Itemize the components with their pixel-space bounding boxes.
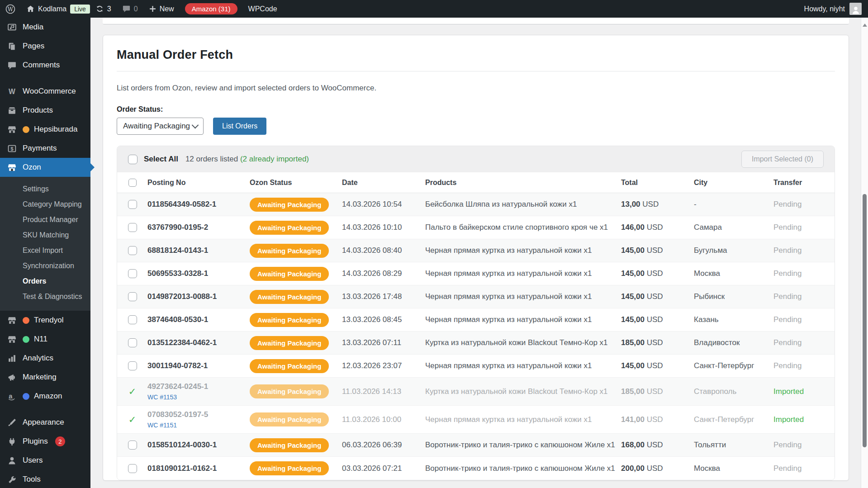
submenu-item-sku-matching[interactable]: SKU Matching <box>0 227 90 243</box>
marketplace-status-dot <box>23 317 29 324</box>
transfer-status: Pending <box>773 269 835 278</box>
row-checkbox[interactable] <box>128 223 137 232</box>
transfer-status: Pending <box>773 464 835 473</box>
sidebar-item-label: Plugins <box>23 437 48 446</box>
row-checkbox[interactable] <box>128 200 137 209</box>
city-cell: Казань <box>694 315 773 324</box>
status-badge: Awaiting Packaging <box>250 313 329 327</box>
order-status-label: Order Status: <box>117 105 835 114</box>
submenu-item-product-manager[interactable]: Product Manager <box>0 212 90 227</box>
posting-no: 38746408-0530-1 <box>147 315 250 324</box>
scrollbar-thumb[interactable] <box>863 194 867 447</box>
row-checkbox[interactable] <box>128 441 137 450</box>
select-all-checkbox[interactable] <box>128 155 138 164</box>
total-cell: 185,00 USD <box>621 338 694 347</box>
sidebar-item-woocommerce[interactable]: WWooCommerce <box>0 82 90 101</box>
wc-order-link[interactable]: WC #1151 <box>147 422 250 429</box>
wordpress-logo-menu[interactable]: W <box>0 0 21 18</box>
sidebar-item-ozon[interactable]: Ozon <box>0 158 90 177</box>
row-checkbox[interactable] <box>128 361 137 370</box>
posting-no-cell: 0118564349-0582-1 <box>147 195 250 213</box>
sidebar-item-analytics[interactable]: Analytics <box>0 349 90 368</box>
sidebar-item-media[interactable]: Media <box>0 18 90 37</box>
wc-order-link[interactable]: WC #1153 <box>147 393 250 401</box>
sidebar-item-appearance[interactable]: Appearance <box>0 413 90 432</box>
sidebar-item-amazon[interactable]: aAmazon <box>0 387 90 406</box>
column-header-transfer: Transfer <box>773 179 835 187</box>
sidebar-item-n11[interactable]: N11 <box>0 330 90 349</box>
howdy-text[interactable]: Howdy, niyht <box>804 5 845 13</box>
status-cell: Awaiting Packaging <box>250 267 342 281</box>
new-menu[interactable]: New <box>143 0 180 18</box>
sidebar-item-plugins[interactable]: Plugins2 <box>0 432 90 451</box>
posting-no: 07083052-0197-5 <box>147 410 250 419</box>
store-icon <box>6 125 17 134</box>
sidebar-item-hepsiburada[interactable]: Hepsiburada <box>0 120 90 139</box>
posting-no-cell: 07083052-0197-5WC #1151 <box>147 406 250 433</box>
status-cell: Awaiting Packaging <box>250 221 342 235</box>
column-header-products: Products <box>425 179 621 187</box>
site-link[interactable]: Kodlama <box>21 0 72 18</box>
orders-count-text: 12 orders listed (2 already imported) <box>185 155 309 164</box>
sidebar-item-pages[interactable]: Pages <box>0 37 90 56</box>
row-checkbox[interactable] <box>128 338 137 347</box>
scroll-up-arrow[interactable] <box>863 21 867 27</box>
posting-no: 0135122384-0462-1 <box>147 338 250 347</box>
row-checkbox[interactable] <box>128 292 137 301</box>
wpcode-menu[interactable]: WPCode <box>243 0 283 18</box>
sidebar-item-label: Marketing <box>23 373 57 382</box>
sidebar-item-comments[interactable]: Comments <box>0 56 90 75</box>
row-checkbox[interactable] <box>128 315 137 324</box>
sidebar-item-label: Trendyol <box>34 316 64 325</box>
page-title: Manual Order Fetch <box>117 35 835 62</box>
sidebar-item-label: Tools <box>23 475 41 484</box>
amazon-count-pill: Amazon (31) <box>185 3 237 14</box>
row-checkbox[interactable] <box>128 269 137 278</box>
sidebar-item-payments[interactable]: $Payments <box>0 139 90 158</box>
updates-menu[interactable]: 3 <box>90 0 117 18</box>
main-content: Manual Order Fetch List orders from Ozon… <box>90 18 861 488</box>
row-checkbox[interactable] <box>128 246 137 255</box>
sidebar-item-users[interactable]: Users <box>0 451 90 470</box>
table-row: 0118564349-0582-1Awaiting Packaging14.03… <box>117 193 835 216</box>
posting-no-cell: 0158510124-0030-1 <box>147 436 250 454</box>
submenu-item-category-mapping[interactable]: Category Mapping <box>0 197 90 212</box>
transfer-status: Pending <box>773 246 835 255</box>
status-cell: Awaiting Packaging <box>250 313 342 327</box>
new-label: New <box>160 5 174 13</box>
avatar[interactable] <box>849 3 862 15</box>
amazon-icon: a <box>6 392 17 401</box>
sidebar-item-label: Media <box>23 23 43 32</box>
list-orders-button[interactable]: List Orders <box>213 118 266 135</box>
posting-no-cell: 38746408-0530-1 <box>147 311 250 329</box>
submenu-item-test-diagnostics[interactable]: Test & Diagnostics <box>0 289 90 304</box>
comments-menu[interactable]: 0 <box>117 0 143 18</box>
sidebar-item-trendyol[interactable]: Trendyol <box>0 311 90 330</box>
import-selected-button[interactable]: Import Selected (0) <box>741 151 824 168</box>
date-cell: 13.03.2026 08:45 <box>342 315 425 324</box>
sidebar-separator <box>0 406 90 413</box>
amazon-notice[interactable]: Amazon (31) <box>180 0 243 18</box>
submenu-item-settings[interactable]: Settings <box>0 181 90 197</box>
header-checkbox[interactable] <box>128 179 137 187</box>
sidebar-item-marketing[interactable]: Marketing <box>0 368 90 387</box>
posting-no: 0158510124-0030-1 <box>147 441 250 450</box>
sidebar-item-products[interactable]: Products <box>0 101 90 120</box>
update-icon <box>95 5 104 13</box>
svg-text:$: $ <box>10 146 14 151</box>
order-status-select[interactable]: Awaiting Packaging <box>117 118 204 135</box>
row-checkbox[interactable] <box>128 464 137 473</box>
page-description: List orders from Ozon, review and import… <box>117 84 835 93</box>
submenu-item-synchronization[interactable]: Synchronization <box>0 258 90 274</box>
submenu-item-orders[interactable]: Orders <box>0 274 90 289</box>
transfer-status: Imported <box>773 387 835 396</box>
transfer-status: Pending <box>773 223 835 232</box>
sidebar-item-tools[interactable]: Tools <box>0 470 90 488</box>
submenu-item-excel-import[interactable]: Excel Import <box>0 243 90 258</box>
posting-no: 30011940-0782-1 <box>147 361 250 370</box>
date-cell: 12.03.2026 23:07 <box>342 361 425 370</box>
column-header-date: Date <box>342 179 425 187</box>
transfer-status: Imported <box>773 415 835 424</box>
scrollbar[interactable] <box>861 18 868 488</box>
comment-bubble-icon <box>122 5 131 13</box>
